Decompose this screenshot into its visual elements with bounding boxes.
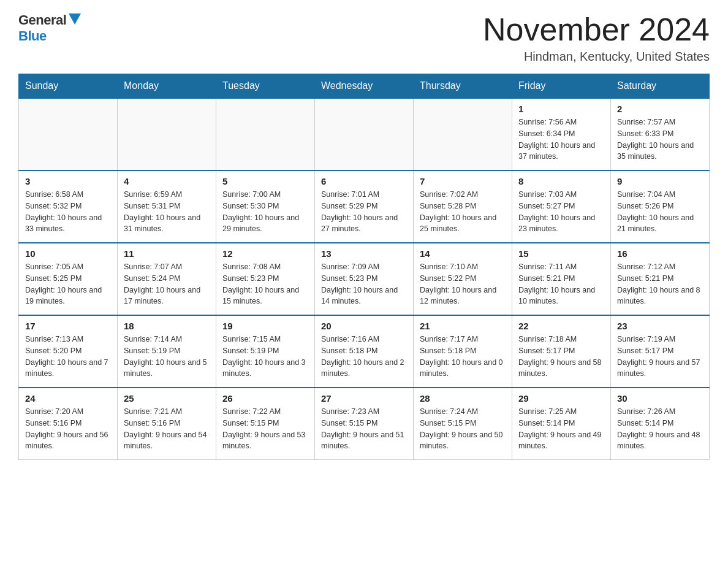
day-info: Sunrise: 7:21 AM Sunset: 5:16 PM Dayligh… (124, 406, 210, 452)
day-number: 22 (518, 321, 604, 331)
day-number: 27 (321, 393, 407, 404)
calendar-week-row: 24Sunrise: 7:20 AM Sunset: 5:16 PM Dayli… (19, 388, 710, 460)
day-info: Sunrise: 7:23 AM Sunset: 5:15 PM Dayligh… (321, 406, 407, 452)
day-number: 9 (617, 176, 703, 186)
weekday-header-thursday: Thursday (414, 74, 512, 99)
calendar-day-cell: 28Sunrise: 7:24 AM Sunset: 5:15 PM Dayli… (414, 388, 512, 460)
day-info: Sunrise: 7:57 AM Sunset: 6:33 PM Dayligh… (617, 117, 703, 163)
day-number: 23 (617, 321, 703, 331)
calendar-day-cell: 26Sunrise: 7:22 AM Sunset: 5:15 PM Dayli… (216, 388, 315, 460)
calendar-day-cell: 23Sunrise: 7:19 AM Sunset: 5:17 PM Dayli… (611, 315, 710, 388)
day-info: Sunrise: 7:11 AM Sunset: 5:21 PM Dayligh… (518, 261, 604, 307)
day-info: Sunrise: 7:05 AM Sunset: 5:25 PM Dayligh… (25, 261, 111, 307)
calendar-day-cell: 3Sunrise: 6:58 AM Sunset: 5:32 PM Daylig… (19, 170, 118, 243)
calendar-day-cell: 8Sunrise: 7:03 AM Sunset: 5:27 PM Daylig… (512, 170, 611, 243)
day-info: Sunrise: 7:26 AM Sunset: 5:14 PM Dayligh… (617, 406, 703, 452)
day-info: Sunrise: 7:10 AM Sunset: 5:22 PM Dayligh… (420, 261, 506, 307)
day-info: Sunrise: 7:18 AM Sunset: 5:17 PM Dayligh… (518, 334, 604, 380)
day-number: 30 (617, 393, 703, 404)
day-number: 2 (617, 104, 703, 114)
calendar-day-cell: 11Sunrise: 7:07 AM Sunset: 5:24 PM Dayli… (118, 243, 216, 315)
calendar-day-cell (315, 98, 414, 170)
day-number: 26 (222, 393, 308, 404)
day-info: Sunrise: 6:59 AM Sunset: 5:31 PM Dayligh… (124, 189, 210, 235)
calendar-day-cell: 19Sunrise: 7:15 AM Sunset: 5:19 PM Dayli… (216, 315, 315, 388)
calendar-day-cell: 27Sunrise: 7:23 AM Sunset: 5:15 PM Dayli… (315, 388, 414, 460)
day-number: 17 (25, 321, 111, 331)
day-info: Sunrise: 7:07 AM Sunset: 5:24 PM Dayligh… (124, 261, 210, 307)
day-number: 12 (222, 248, 308, 259)
day-number: 14 (420, 248, 506, 259)
calendar-day-cell: 21Sunrise: 7:17 AM Sunset: 5:18 PM Dayli… (414, 315, 512, 388)
calendar-day-cell: 1Sunrise: 7:56 AM Sunset: 6:34 PM Daylig… (512, 98, 611, 170)
day-info: Sunrise: 7:22 AM Sunset: 5:15 PM Dayligh… (222, 406, 308, 452)
day-number: 19 (222, 321, 308, 331)
day-number: 24 (25, 393, 111, 404)
day-info: Sunrise: 7:02 AM Sunset: 5:28 PM Dayligh… (420, 189, 506, 235)
day-number: 10 (25, 248, 111, 259)
calendar-day-cell: 9Sunrise: 7:04 AM Sunset: 5:26 PM Daylig… (611, 170, 710, 243)
day-info: Sunrise: 7:20 AM Sunset: 5:16 PM Dayligh… (25, 406, 111, 452)
logo-general-text: General (18, 12, 66, 28)
weekday-header-friday: Friday (512, 74, 611, 99)
day-number: 13 (321, 248, 407, 259)
calendar-day-cell: 6Sunrise: 7:01 AM Sunset: 5:29 PM Daylig… (315, 170, 414, 243)
weekday-header-row: SundayMondayTuesdayWednesdayThursdayFrid… (19, 74, 710, 99)
logo-triangle-icon (69, 13, 81, 25)
calendar-day-cell (118, 98, 216, 170)
calendar-day-cell: 20Sunrise: 7:16 AM Sunset: 5:18 PM Dayli… (315, 315, 414, 388)
day-info: Sunrise: 7:24 AM Sunset: 5:15 PM Dayligh… (420, 406, 506, 452)
calendar-day-cell: 18Sunrise: 7:14 AM Sunset: 5:19 PM Dayli… (118, 315, 216, 388)
calendar-day-cell: 12Sunrise: 7:08 AM Sunset: 5:23 PM Dayli… (216, 243, 315, 315)
weekday-header-saturday: Saturday (611, 74, 710, 99)
calendar-day-cell: 22Sunrise: 7:18 AM Sunset: 5:17 PM Dayli… (512, 315, 611, 388)
day-info: Sunrise: 6:58 AM Sunset: 5:32 PM Dayligh… (25, 189, 111, 235)
calendar-day-cell (19, 98, 118, 170)
calendar-day-cell: 7Sunrise: 7:02 AM Sunset: 5:28 PM Daylig… (414, 170, 512, 243)
day-info: Sunrise: 7:09 AM Sunset: 5:23 PM Dayligh… (321, 261, 407, 307)
calendar-day-cell: 24Sunrise: 7:20 AM Sunset: 5:16 PM Dayli… (19, 388, 118, 460)
day-number: 6 (321, 176, 407, 186)
calendar-day-cell: 29Sunrise: 7:25 AM Sunset: 5:14 PM Dayli… (512, 388, 611, 460)
weekday-header-wednesday: Wednesday (315, 74, 414, 99)
day-number: 18 (124, 321, 210, 331)
month-year-title: November 2024 (483, 12, 710, 47)
calendar-week-row: 1Sunrise: 7:56 AM Sunset: 6:34 PM Daylig… (19, 98, 710, 170)
day-info: Sunrise: 7:15 AM Sunset: 5:19 PM Dayligh… (222, 334, 308, 380)
calendar-day-cell: 14Sunrise: 7:10 AM Sunset: 5:22 PM Dayli… (414, 243, 512, 315)
logo-blue-text: Blue (18, 28, 47, 44)
day-info: Sunrise: 7:01 AM Sunset: 5:29 PM Dayligh… (321, 189, 407, 235)
title-area: November 2024 Hindman, Kentucky, United … (483, 12, 710, 64)
calendar-day-cell (216, 98, 315, 170)
day-info: Sunrise: 7:08 AM Sunset: 5:23 PM Dayligh… (222, 261, 308, 307)
day-info: Sunrise: 7:03 AM Sunset: 5:27 PM Dayligh… (518, 189, 604, 235)
day-info: Sunrise: 7:16 AM Sunset: 5:18 PM Dayligh… (321, 334, 407, 380)
day-info: Sunrise: 7:25 AM Sunset: 5:14 PM Dayligh… (518, 406, 604, 452)
day-info: Sunrise: 7:56 AM Sunset: 6:34 PM Dayligh… (518, 117, 604, 163)
calendar-day-cell: 5Sunrise: 7:00 AM Sunset: 5:30 PM Daylig… (216, 170, 315, 243)
day-info: Sunrise: 7:00 AM Sunset: 5:30 PM Dayligh… (222, 189, 308, 235)
weekday-header-monday: Monday (118, 74, 216, 99)
location-subtitle: Hindman, Kentucky, United States (483, 50, 710, 64)
weekday-header-tuesday: Tuesday (216, 74, 315, 99)
day-number: 11 (124, 248, 210, 259)
calendar-day-cell: 13Sunrise: 7:09 AM Sunset: 5:23 PM Dayli… (315, 243, 414, 315)
day-number: 3 (25, 176, 111, 186)
day-number: 29 (518, 393, 604, 404)
calendar-day-cell: 4Sunrise: 6:59 AM Sunset: 5:31 PM Daylig… (118, 170, 216, 243)
header: General Blue November 2024 Hindman, Kent… (18, 12, 710, 64)
day-number: 20 (321, 321, 407, 331)
day-number: 1 (518, 104, 604, 114)
calendar-day-cell: 25Sunrise: 7:21 AM Sunset: 5:16 PM Dayli… (118, 388, 216, 460)
calendar-day-cell: 30Sunrise: 7:26 AM Sunset: 5:14 PM Dayli… (611, 388, 710, 460)
calendar-week-row: 3Sunrise: 6:58 AM Sunset: 5:32 PM Daylig… (19, 170, 710, 243)
calendar-day-cell: 16Sunrise: 7:12 AM Sunset: 5:21 PM Dayli… (611, 243, 710, 315)
day-info: Sunrise: 7:14 AM Sunset: 5:19 PM Dayligh… (124, 334, 210, 380)
calendar-day-cell: 2Sunrise: 7:57 AM Sunset: 6:33 PM Daylig… (611, 98, 710, 170)
day-number: 8 (518, 176, 604, 186)
day-number: 16 (617, 248, 703, 259)
calendar-day-cell: 17Sunrise: 7:13 AM Sunset: 5:20 PM Dayli… (19, 315, 118, 388)
day-number: 7 (420, 176, 506, 186)
calendar-body: 1Sunrise: 7:56 AM Sunset: 6:34 PM Daylig… (19, 98, 710, 460)
calendar-day-cell: 10Sunrise: 7:05 AM Sunset: 5:25 PM Dayli… (19, 243, 118, 315)
